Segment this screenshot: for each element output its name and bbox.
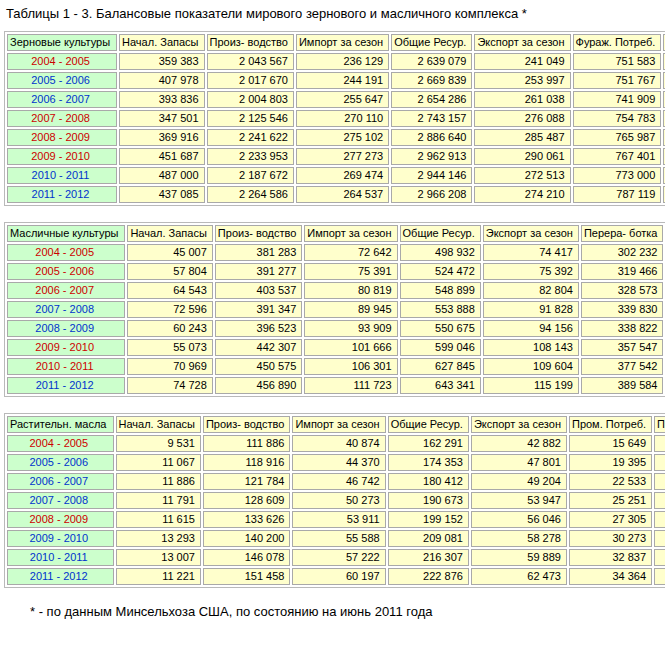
value-cell: 56 046 [471,511,567,528]
value-cell: 11 615 [116,511,201,528]
value-cell: 34 364 [569,568,652,585]
value-cell: 70 969 [127,358,212,375]
value-cell: 199 152 [388,511,469,528]
value-cell: 59 889 [471,549,567,566]
table-row: 2004 - 2005359 3832 043 567236 1292 639 … [7,53,665,70]
value-cell: 2 639 079 [391,53,472,70]
value-cell: 94 156 [483,320,579,337]
season-year-cell: 2005 - 2006 [7,72,117,89]
season-year-cell: 2010 - 2011 [7,167,117,184]
value-cell: 253 997 [474,72,570,89]
value-cell: 754 783 [573,110,662,127]
value-cell: 15 649 [569,435,652,452]
value-cell: 339 830 [581,301,664,318]
value-cell: 2 966 208 [391,186,472,203]
page-title: Таблицы 1 - 3. Балансовые показатели мир… [6,6,662,21]
vegetable-oils-table: Растительн. маслаНачал. ЗапасыПроиз- вод… [4,413,665,588]
value-cell: 357 547 [581,339,664,356]
value-cell: 456 890 [215,377,302,394]
value-cell: 108 143 [483,339,579,356]
season-year-cell: 2009 - 2010 [7,148,117,165]
value-cell: 2 944 146 [391,167,472,184]
value-cell: 222 876 [388,568,469,585]
table-row: 2010 - 201113 007146 07857 222216 30759 … [7,549,665,566]
season-year-cell: 2010 - 2011 [7,358,125,375]
table-row: 2005 - 200657 804391 27775 391524 47275 … [7,263,665,280]
value-cell: 487 000 [119,167,204,184]
table-row: 2009 - 201055 073442 307101 666599 04610… [7,339,665,356]
column-header-cell: Общие Ресур. [391,34,472,51]
value-cell: 274 210 [474,186,570,203]
value-cell: 765 987 [573,129,662,146]
value-cell: 106 301 [304,358,397,375]
value-cell: 72 596 [127,301,212,318]
value-cell: 128 609 [203,492,290,509]
row-group-header-cell: Зерновые культуры [7,34,117,51]
column-header-cell: Общие Ресур. [400,225,481,242]
value-cell: 44 370 [292,454,385,471]
season-year-cell: 2011 - 2012 [7,186,117,203]
table-row: 2010 - 201170 969450 575106 301627 84510… [7,358,665,375]
value-cell: 72 642 [304,244,397,261]
value-cell: 391 347 [215,301,302,318]
value-cell: 627 845 [400,358,481,375]
value-cell: 741 909 [573,91,662,108]
value-cell: 133 626 [203,511,290,528]
value-cell: 121 784 [203,473,290,490]
value-cell: 451 687 [119,148,204,165]
value-cell: 2 669 839 [391,72,472,89]
column-header-cell: Экспорт за сезон [471,416,567,433]
value-cell: 190 673 [388,492,469,509]
header-row: Зерновые культурыНачал. ЗапасыПроиз- вод… [7,34,665,51]
value-cell: 89 945 [304,301,397,318]
table-row: 2008 - 2009369 9162 241 622275 1022 886 … [7,129,665,146]
value-cell: 19 395 [569,454,652,471]
table-row: 2006 - 200764 543403 53780 819548 89982 … [7,282,665,299]
value-cell: 393 836 [119,91,204,108]
value-cell: 773 000 [573,167,662,184]
season-year-cell: 2004 - 2005 [7,244,125,261]
value-cell: 45 007 [127,244,212,261]
value-cell: 2 654 286 [391,91,472,108]
season-year-cell: 2005 - 2006 [7,454,114,471]
column-header-cell: Пром. Потреб. [569,416,652,433]
value-cell: 118 916 [203,454,290,471]
value-cell: 437 085 [119,186,204,203]
season-year-cell: 2007 - 2008 [7,301,125,318]
value-cell: 11 791 [116,492,201,509]
value-cell: 74 728 [127,377,212,394]
value-cell: 277 273 [296,148,389,165]
column-header-cell: Произ- водство [203,416,290,433]
column-header-cell: Фураж. Потреб. [573,34,662,51]
value-cell: 74 417 [483,244,579,261]
value-cell: 60 243 [127,320,212,337]
value-cell: 101 396 [654,511,665,528]
table-row: 2011 - 2012437 0852 264 586264 5372 966 … [7,186,665,203]
header-row: Масличные культурыНачал. ЗапасыПроиз- во… [7,225,665,242]
value-cell: 57 222 [292,549,385,566]
header-row: Растительн. маслаНачал. ЗапасыПроиз- вод… [7,416,665,433]
table-row: 2011 - 201211 221151 45860 197222 87662 … [7,568,665,585]
value-cell: 389 584 [581,377,664,394]
value-cell: 216 307 [388,549,469,566]
column-header-cell: Начал. Запасы [127,225,212,242]
value-cell: 55 073 [127,339,212,356]
value-cell: 338 822 [581,320,664,337]
value-cell: 290 061 [474,148,570,165]
season-year-cell: 2004 - 2005 [7,435,114,452]
value-cell: 94 218 [654,454,665,471]
table-row: 2005 - 200611 067118 91644 370174 35347 … [7,454,665,471]
value-cell: 93 909 [304,320,397,337]
table-row: 2009 - 201013 293140 20055 588209 08158 … [7,530,665,547]
value-cell: 22 533 [569,473,652,490]
value-cell: 2 962 913 [391,148,472,165]
table-row: 2006 - 2007393 8362 004 803255 6472 654 … [7,91,665,108]
value-cell: 11 886 [116,473,201,490]
table-row: 2010 - 2011487 0002 187 672269 4742 944 … [7,167,665,184]
value-cell: 2 743 157 [391,110,472,127]
value-cell: 269 474 [296,167,389,184]
value-cell: 27 305 [569,511,652,528]
value-cell: 50 273 [292,492,385,509]
value-cell: 643 341 [400,377,481,394]
value-cell: 106 364 [654,530,665,547]
